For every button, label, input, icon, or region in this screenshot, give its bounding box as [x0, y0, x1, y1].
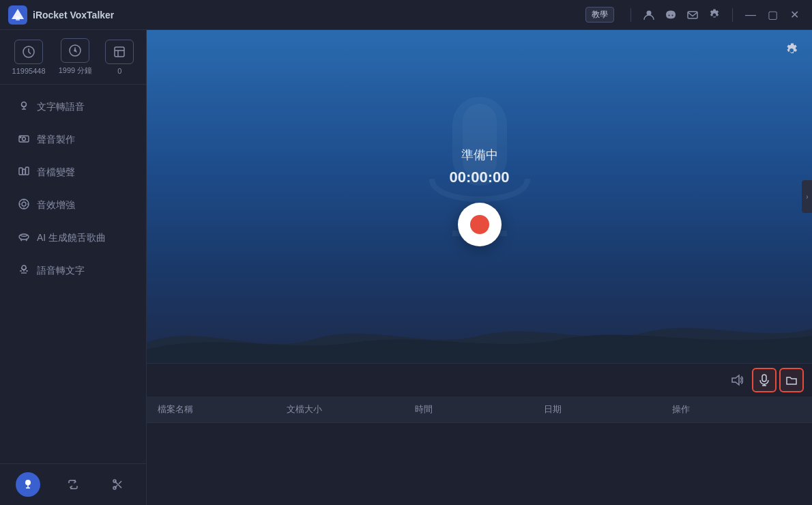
- sidebar: 11995448 1999 分鐘 0: [0, 30, 147, 505]
- stat-minutes: 1999 分鐘: [59, 38, 93, 76]
- sidebar-item-tts[interactable]: 文字轉語音: [5, 91, 141, 123]
- sidebar-item-audio-enhance[interactable]: 音效增強: [5, 190, 141, 221]
- stat-duration-icon: [14, 40, 43, 64]
- svg-rect-16: [23, 169, 25, 175]
- stat-files: 0: [105, 40, 134, 75]
- svg-point-7: [74, 50, 76, 51]
- nav-ai-rap-label: AI 生成饒舌歌曲: [37, 232, 106, 244]
- svg-rect-34: [762, 375, 766, 381]
- col-filesize: 文檔大小: [287, 403, 416, 416]
- nav-voice-produce-label: 聲音製作: [37, 134, 75, 146]
- expand-button[interactable]: ›: [802, 180, 812, 213]
- voice-produce-icon: [18, 132, 30, 147]
- titlebar: iRocket VoxTalker 教學 — ▢ ✕: [0, 0, 812, 30]
- app-logo: [8, 5, 27, 25]
- nav-voice-change-label: 音檔變聲: [37, 167, 75, 179]
- sidebar-stats: 11995448 1999 分鐘 0: [0, 30, 146, 85]
- minimize-button[interactable]: —: [741, 5, 760, 25]
- volume-toolbar-button[interactable]: [725, 368, 749, 392]
- svg-rect-8: [115, 47, 124, 57]
- sidebar-bottom: [0, 463, 146, 505]
- svg-point-14: [20, 136, 21, 138]
- stat-files-icon: [105, 40, 134, 64]
- voice-change-icon: [18, 165, 30, 180]
- stat-files-value: 0: [117, 67, 121, 75]
- settings-icon[interactable]: [705, 5, 724, 25]
- recording-area: 準備中 00:00:00 ›: [147, 30, 812, 363]
- titlebar-divider: [630, 8, 631, 22]
- svg-marker-33: [732, 375, 739, 385]
- nav-tts-label: 文字轉語音: [37, 101, 85, 113]
- stt-icon: [18, 263, 30, 278]
- stat-duration: 11995448: [12, 40, 46, 75]
- svg-rect-17: [26, 167, 29, 175]
- discord-icon[interactable]: [661, 5, 680, 25]
- tutorial-badge[interactable]: 教學: [585, 7, 614, 23]
- ai-rap-icon: [18, 231, 30, 246]
- app-title: iRocket VoxTalker: [33, 10, 585, 20]
- svg-rect-4: [688, 12, 697, 18]
- maximize-button[interactable]: ▢: [763, 5, 782, 25]
- bottom-record-button[interactable]: [16, 472, 40, 497]
- nav-audio-enhance-label: 音效增強: [37, 199, 75, 212]
- recording-status: 準備中: [461, 147, 498, 163]
- col-actions: 操作: [672, 403, 801, 416]
- mail-icon[interactable]: [683, 5, 702, 25]
- bottom-cut-button[interactable]: [106, 472, 130, 497]
- table-header: 檔案名稱 文檔大小 時間 日期 操作: [147, 396, 812, 423]
- svg-point-13: [23, 137, 26, 141]
- audio-enhance-icon: [18, 198, 30, 213]
- sidebar-item-voice-change[interactable]: 音檔變聲: [5, 157, 141, 188]
- stat-minutes-value: 1999 分鐘: [59, 66, 93, 76]
- stat-duration-value: 11995448: [12, 67, 46, 75]
- tts-icon: [18, 100, 30, 115]
- table-area: 檔案名稱 文檔大小 時間 日期 操作: [147, 396, 812, 505]
- col-filename: 檔案名稱: [158, 403, 287, 416]
- svg-rect-2: [16, 16, 20, 20]
- sidebar-item-stt[interactable]: 語音轉文字: [5, 255, 141, 287]
- sidebar-item-ai-rap[interactable]: AI 生成饒舌歌曲: [5, 222, 141, 254]
- recording-settings-button[interactable]: [781, 40, 802, 61]
- col-time: 時間: [415, 403, 544, 416]
- nav-stt-label: 語音轉文字: [37, 265, 85, 277]
- titlebar-controls: 教學 — ▢ ✕: [585, 5, 804, 25]
- bottom-loop-button[interactable]: [61, 472, 85, 497]
- main-layout: 11995448 1999 分鐘 0: [0, 30, 812, 505]
- svg-point-19: [22, 202, 26, 206]
- sidebar-nav: 文字轉語音 聲音製作: [0, 85, 146, 463]
- profile-icon[interactable]: [639, 5, 658, 25]
- titlebar-divider-2: [732, 8, 733, 22]
- svg-rect-15: [19, 168, 23, 175]
- content-area: 準備中 00:00:00 ›: [147, 30, 812, 505]
- recording-timer: 00:00:00: [449, 169, 509, 186]
- svg-rect-30: [463, 104, 497, 179]
- svg-point-18: [19, 199, 29, 209]
- record-dot: [470, 215, 489, 234]
- sidebar-item-voice-produce[interactable]: 聲音製作: [5, 124, 141, 156]
- col-date: 日期: [544, 403, 673, 416]
- mic-toolbar-button[interactable]: [752, 368, 777, 392]
- close-button[interactable]: ✕: [785, 5, 804, 25]
- table-body: [147, 423, 812, 505]
- record-button[interactable]: [458, 203, 502, 246]
- folder-toolbar-button[interactable]: [779, 368, 804, 392]
- stat-minutes-icon: [61, 38, 89, 63]
- bottom-toolbar: [147, 363, 812, 396]
- wave-decoration: [147, 308, 812, 363]
